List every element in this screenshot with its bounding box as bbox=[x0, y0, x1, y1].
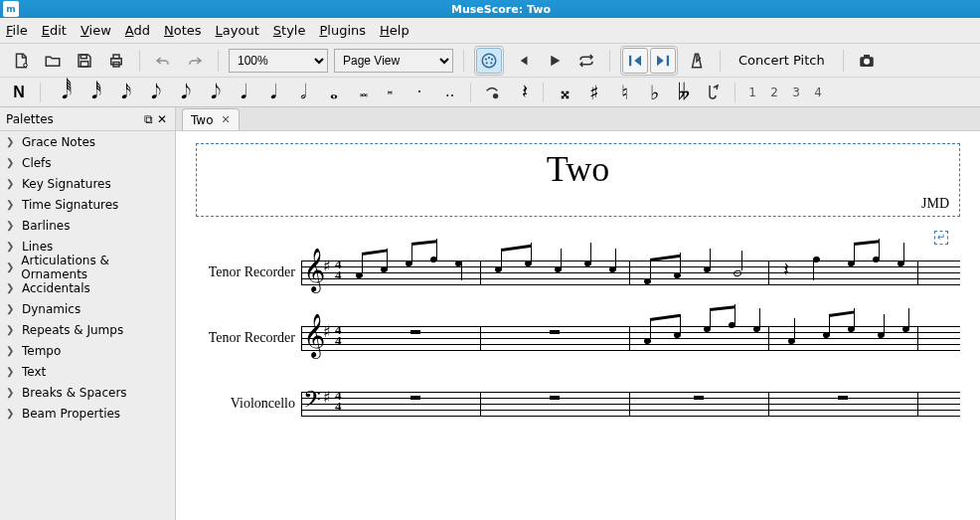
tie-button[interactable] bbox=[481, 81, 503, 104]
svg-point-11 bbox=[490, 62, 492, 64]
menu-edit[interactable]: Edit bbox=[42, 23, 67, 38]
double-dot-button[interactable]: ‥ bbox=[438, 81, 460, 104]
palette-item[interactable]: ❯Tempo bbox=[0, 340, 175, 361]
duration-quarter-button[interactable]: 𝅘𝅥 bbox=[230, 81, 251, 104]
palette-item[interactable]: ❯Time Signatures bbox=[0, 194, 175, 215]
loop-out-button[interactable] bbox=[650, 48, 676, 74]
chevron-right-icon: ❯ bbox=[6, 178, 16, 189]
sharp-button[interactable]: ♯ bbox=[583, 81, 605, 104]
svg-rect-2 bbox=[81, 61, 88, 66]
duration-longa-button[interactable]: 𝆸 bbox=[379, 81, 401, 104]
palette-item[interactable]: ❯Barlines bbox=[0, 215, 175, 236]
duration-8th-alt2-button[interactable]: 𝅘𝅥𝅮 bbox=[200, 81, 222, 104]
flip-button[interactable] bbox=[703, 81, 725, 104]
treble-clef-icon: 𝄞 bbox=[303, 251, 325, 288]
key-signature: ♯ bbox=[323, 322, 331, 341]
svg-point-10 bbox=[486, 62, 488, 64]
line-break-icon[interactable]: ↵ bbox=[196, 229, 948, 245]
concert-pitch-button[interactable]: Concert Pitch bbox=[731, 53, 833, 68]
menu-help[interactable]: Help bbox=[380, 23, 409, 38]
time-signature: 44 bbox=[335, 324, 342, 346]
natural-button[interactable]: ♮ bbox=[613, 81, 635, 104]
view-mode-select[interactable]: Page View bbox=[334, 49, 453, 73]
zoom-select[interactable]: 100% bbox=[229, 49, 328, 73]
palette-item[interactable]: ❯Clefs bbox=[0, 152, 175, 173]
palettes-close-icon[interactable]: ✕ bbox=[155, 112, 169, 126]
palette-item[interactable]: ❯Key Signatures bbox=[0, 173, 175, 194]
flat-button[interactable]: ♭ bbox=[643, 81, 665, 104]
chevron-right-icon: ❯ bbox=[6, 261, 15, 272]
note-input-mode-button[interactable]: N bbox=[8, 81, 30, 104]
palettes-float-icon[interactable]: ⧉ bbox=[141, 112, 155, 126]
bass-clef-icon: 𝄢 bbox=[303, 384, 321, 422]
dot-button[interactable]: · bbox=[408, 81, 430, 104]
score-page[interactable]: Two JMD ↵ Tenor Recorder 𝄞 ♯ 44 bbox=[176, 131, 980, 520]
chevron-right-icon: ❯ bbox=[6, 157, 16, 168]
score-title[interactable]: Two bbox=[207, 148, 949, 190]
palettes-panel: Palettes ⧉ ✕ ❯Grace Notes❯Clefs❯Key Sign… bbox=[0, 107, 176, 520]
metronome-button[interactable] bbox=[684, 48, 710, 74]
staff-2[interactable]: 𝄞 ♯ 44 bbox=[301, 318, 960, 358]
duration-64th-button[interactable]: 𝅘𝅥𝅱 bbox=[51, 81, 73, 104]
play-button[interactable] bbox=[542, 48, 568, 74]
voice-4-button[interactable]: 4 bbox=[811, 86, 825, 99]
menu-notes[interactable]: Notes bbox=[164, 23, 202, 38]
duration-quarter-alt-button[interactable]: 𝅘𝅥 bbox=[259, 81, 281, 104]
rewind-button[interactable] bbox=[510, 48, 536, 74]
duration-half-button[interactable]: 𝅗𝅥 bbox=[289, 81, 311, 104]
svg-point-7 bbox=[485, 58, 487, 60]
palette-item[interactable]: ❯Breaks & Spacers bbox=[0, 382, 175, 403]
staff-3[interactable]: 𝄢 ♯ 44 bbox=[301, 384, 960, 424]
score-area: Two ✕ Two JMD ↵ Tenor Recorder 𝄞 ♯ bbox=[176, 107, 980, 520]
menu-add[interactable]: Add bbox=[125, 23, 150, 38]
whole-rest-icon bbox=[838, 396, 848, 400]
screenshot-button[interactable] bbox=[854, 48, 880, 74]
duration-32nd-button[interactable]: 𝅘𝅥𝅰 bbox=[81, 81, 102, 104]
new-button[interactable] bbox=[8, 48, 34, 74]
undo-button[interactable] bbox=[150, 48, 176, 74]
duration-whole-button[interactable]: 𝅝 bbox=[319, 81, 341, 104]
voice-2-button[interactable]: 2 bbox=[767, 86, 781, 99]
main-toolbar: 100% Page View Concert Pitch bbox=[0, 44, 980, 78]
palette-item[interactable]: ❯Articulations & Ornaments bbox=[0, 257, 175, 277]
menu-layout[interactable]: Layout bbox=[216, 23, 259, 38]
voice-1-button[interactable]: 1 bbox=[745, 86, 759, 99]
duration-8th-button[interactable]: 𝅘𝅥𝅮 bbox=[140, 81, 162, 104]
loop-button[interactable] bbox=[573, 48, 599, 74]
document-tab[interactable]: Two ✕ bbox=[182, 108, 240, 130]
score-composer[interactable]: JMD bbox=[207, 196, 949, 212]
document-tabbar: Two ✕ bbox=[176, 107, 980, 131]
redo-button[interactable] bbox=[182, 48, 208, 74]
tab-close-icon[interactable]: ✕ bbox=[222, 113, 231, 126]
svg-point-17 bbox=[493, 92, 498, 97]
midi-input-button[interactable] bbox=[476, 48, 502, 74]
duration-16th-button[interactable]: 𝅘𝅥𝅯 bbox=[110, 81, 132, 104]
staff-1[interactable]: 𝄞 ♯ 44 bbox=[301, 253, 960, 292]
loop-in-button[interactable] bbox=[622, 48, 648, 74]
chevron-right-icon: ❯ bbox=[6, 408, 16, 419]
menu-view[interactable]: View bbox=[81, 23, 111, 38]
title-frame[interactable]: Two JMD bbox=[196, 143, 960, 217]
svg-point-6 bbox=[482, 54, 496, 68]
voice-3-button[interactable]: 3 bbox=[789, 86, 803, 99]
menu-style[interactable]: Style bbox=[273, 23, 306, 38]
save-button[interactable] bbox=[72, 48, 97, 74]
palette-item[interactable]: ❯Beam Properties bbox=[0, 403, 175, 424]
palette-item[interactable]: ❯Dynamics bbox=[0, 298, 175, 319]
print-button[interactable] bbox=[103, 48, 129, 74]
palette-item[interactable]: ❯Grace Notes bbox=[0, 131, 175, 152]
score-viewport[interactable]: Two JMD ↵ Tenor Recorder 𝄞 ♯ 44 bbox=[176, 131, 980, 520]
palette-item-label: Text bbox=[22, 365, 46, 379]
menu-plugins[interactable]: Plugins bbox=[319, 23, 366, 38]
palette-item[interactable]: ❯Text bbox=[0, 361, 175, 382]
palette-item[interactable]: ❯Repeats & Jumps bbox=[0, 319, 175, 340]
note-input-toolbar: N 𝅘𝅥𝅱 𝅘𝅥𝅰 𝅘𝅥𝅯 𝅘𝅥𝅮 𝅘𝅥𝅮 𝅘𝅥𝅮 𝅘𝅥 𝅘𝅥 𝅗𝅥 𝅝 𝅜 𝆸… bbox=[0, 78, 980, 107]
svg-point-15 bbox=[864, 58, 870, 64]
open-button[interactable] bbox=[40, 48, 66, 74]
double-sharp-button[interactable]: 𝄪 bbox=[554, 81, 575, 104]
duration-8th-alt-button[interactable]: 𝅘𝅥𝅮 bbox=[170, 81, 192, 104]
double-flat-button[interactable]: 𝄫 bbox=[673, 81, 695, 104]
menu-file[interactable]: File bbox=[6, 23, 28, 38]
duration-breve-button[interactable]: 𝅜 bbox=[349, 81, 371, 104]
rest-button[interactable]: 𝄽 bbox=[511, 81, 533, 104]
